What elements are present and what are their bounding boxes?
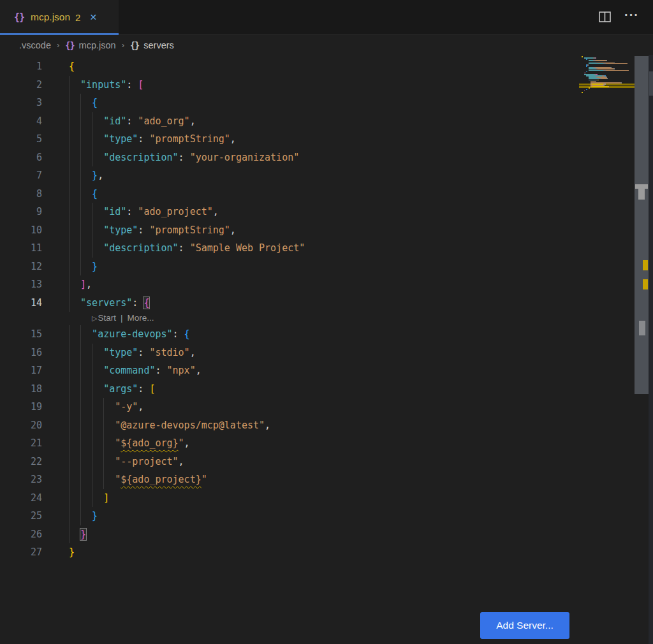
indent-guides [69,239,103,258]
code-line-11[interactable]: 11"description": "Sample Web Project" [0,239,653,258]
code-line-24[interactable]: 24] [0,489,653,508]
code-editor[interactable]: 1{2"inputs": [3{4"id": "ado_org",5"type"… [0,55,653,644]
code-line-21[interactable]: 21"${ado_org}", [0,434,653,453]
code-line-6[interactable]: 6"description": "your-organization" [0,149,653,167]
code-token: , [265,420,270,431]
line-number: 3 [0,94,42,112]
code-token: , [98,170,103,181]
line-number: 17 [0,362,42,380]
indent-guides [69,507,92,525]
chevron-right-icon: › [57,40,59,50]
code-line-20[interactable]: 20"@azure-devops/mcp@latest", [0,416,653,435]
code-token: : [138,224,149,236]
code-text: "servers": { [80,294,149,312]
line-number: 12 [0,258,42,276]
code-token: : [126,115,138,127]
code-line-10[interactable]: 10"type": "promptString", [0,221,653,240]
code-text: "description": "your-organization" [103,149,299,167]
json-braces-icon: {} [14,11,24,23]
code-token: [ [149,383,155,395]
indent-guides [69,76,80,94]
code-token: : [138,383,149,395]
code-text: "type": "promptString", [103,130,236,149]
code-token: { [92,97,98,108]
line-number: 7 [0,166,42,185]
code-line-9[interactable]: 9"id": "ado_project", [0,203,653,221]
codelens-start-link[interactable]: ▷Start [92,313,116,323]
code-text: }, [92,166,103,185]
indent-guides [69,325,92,344]
line-number: 15 [0,325,42,344]
code-text: "-y", [115,398,143,416]
code-line-7[interactable]: 7}, [0,166,653,185]
indent-guides [69,344,103,362]
code-line-23[interactable]: 23"${ado_project}" [0,471,653,489]
close-icon[interactable]: ✕ [89,12,97,22]
code-line-25[interactable]: 25} [0,507,653,525]
line-number: 23 [0,471,42,489]
code-content[interactable]: 1{2"inputs": [3{4"id": "ado_org",5"type"… [0,55,653,562]
code-line-26[interactable]: 26} [0,525,653,544]
code-line-14[interactable]: 14"servers": { [0,294,653,312]
minimap[interactable] [579,56,635,184]
overview-ruler-cursor-mark [635,184,648,189]
line-number: 22 [0,453,42,471]
code-token: } [92,510,98,522]
line-number: 27 [0,543,42,562]
code-line-12[interactable]: 12} [0,258,653,276]
code-token: : [155,365,166,376]
tab-mcp-json[interactable]: {} mcp.json 2 ✕ [0,0,119,34]
scrollbar-track[interactable] [635,55,649,644]
code-line-8[interactable]: 8{ [0,185,653,203]
code-token: : [138,347,149,358]
code-token: "azure-devops" [92,328,172,340]
run-icon: ▷ [92,314,97,322]
indent-guides [69,203,103,221]
code-line-3[interactable]: 3{ [0,94,653,112]
code-line-5[interactable]: 5"type": "promptString", [0,130,653,149]
code-line-16[interactable]: 16"type": "stdio", [0,344,653,362]
code-line-22[interactable]: 22"--project", [0,453,653,471]
vscode-window: {} mcp.json 2 ✕ ··· .vscode › {} mcp.jso… [0,0,653,644]
code-token: , [196,365,202,376]
editor-tab-bar: {} mcp.json 2 ✕ ··· [0,0,653,35]
breadcrumb-item-servers[interactable]: servers [143,40,174,50]
code-text: "azure-devops": { [92,325,190,344]
code-text: } [80,525,86,544]
overview-ruler-selection-mark [639,321,645,335]
code-token: " [115,474,121,485]
line-number: 24 [0,489,42,508]
code-text: "type": "promptString", [103,221,236,240]
code-line-15[interactable]: 15"azure-devops": { [0,325,653,344]
code-line-18[interactable]: 18"args": [ [0,380,653,399]
code-line-13[interactable]: 13], [0,275,653,294]
code-line-2[interactable]: 2"inputs": [ [0,76,653,94]
code-text: "args": [ [103,380,155,399]
active-tab-indicator [0,33,119,35]
line-number: 20 [0,416,42,435]
code-token: : [179,152,190,163]
code-line-1[interactable]: 1{ [0,57,653,76]
indent-guides [69,294,80,312]
line-number: 14 [0,294,42,312]
code-text: { [69,57,75,76]
line-number: 13 [0,275,42,294]
more-actions-icon[interactable]: ··· [624,8,639,25]
breadcrumb-item-vscode[interactable]: .vscode [19,40,51,50]
code-line-4[interactable]: 4"id": "ado_org", [0,112,653,131]
split-editor-icon[interactable] [598,10,612,24]
code-token: } [92,261,98,272]
indent-guides [69,416,115,435]
code-line-19[interactable]: 19"-y", [0,398,653,416]
add-server-button[interactable]: Add Server... [480,612,569,639]
line-number: 6 [0,149,42,167]
line-number: 18 [0,380,42,399]
code-text: "@azure-devops/mcp@latest", [115,416,270,435]
scrollbar-slider[interactable] [635,56,649,394]
codelens-more-link[interactable]: More... [128,313,154,323]
code-line-27[interactable]: 27} [0,543,653,562]
breadcrumb-item-mcp-json[interactable]: mcp.json [79,40,116,50]
code-line-17[interactable]: 17"command": "npx", [0,362,653,380]
code-token: { [184,328,190,340]
code-token: , [230,133,236,145]
